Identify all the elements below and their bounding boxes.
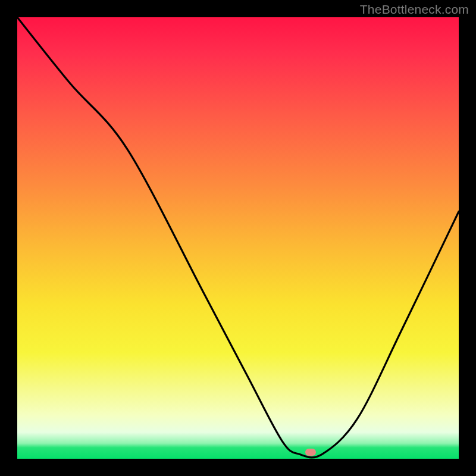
bottleneck-curve xyxy=(17,17,459,459)
plot-area xyxy=(17,17,459,459)
chart-frame: TheBottleneck.com xyxy=(0,0,476,476)
optimal-marker xyxy=(305,449,316,456)
curve-path xyxy=(17,17,459,458)
watermark-text: TheBottleneck.com xyxy=(360,2,469,17)
